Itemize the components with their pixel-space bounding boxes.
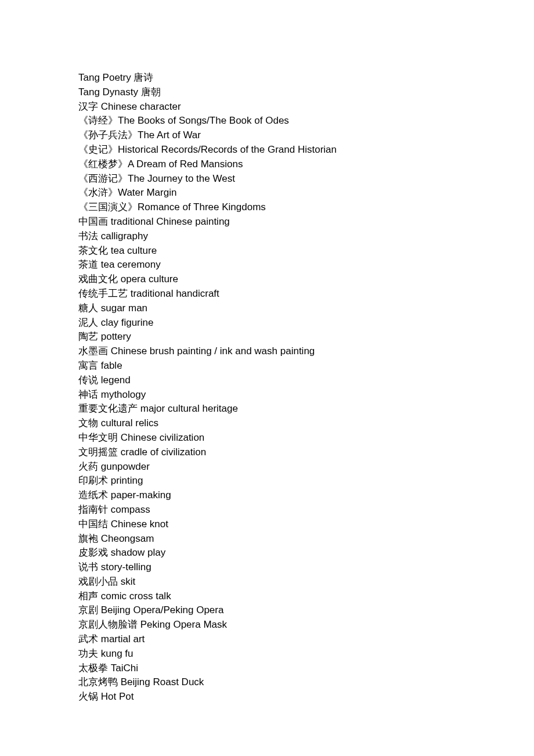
vocab-entry: 中国画 traditional Chinese painting — [78, 215, 488, 229]
vocab-entry: 寓言 fable — [78, 359, 488, 373]
vocab-entry: 茶文化 tea culture — [78, 244, 488, 258]
vocab-entry: 指南针 compass — [78, 503, 488, 517]
vocab-entry: 泥人 clay figurine — [78, 316, 488, 330]
vocab-entry: 文明摇篮 cradle of civilization — [78, 445, 488, 460]
vocab-entry: 皮影戏 shadow play — [78, 546, 488, 560]
vocab-entry: 京剧人物脸谱 Peking Opera Mask — [78, 618, 488, 632]
vocab-entry: 相声 comic cross talk — [78, 589, 488, 604]
vocab-entry: 戏曲文化 opera culture — [78, 272, 488, 287]
vocab-entry: 戏剧小品 skit — [78, 575, 488, 589]
vocab-entry: 说书 story-telling — [78, 560, 488, 575]
vocab-entry: 陶艺 pottery — [78, 330, 488, 344]
vocab-entry: 《孙子兵法》The Art of War — [78, 128, 488, 143]
vocab-entry: 茶道 tea ceremony — [78, 258, 488, 272]
vocab-entry: 旗袍 Cheongsam — [78, 532, 488, 546]
vocab-entry: 《西游记》The Journey to the West — [78, 172, 488, 186]
vocab-entry: 造纸术 paper-making — [78, 488, 488, 503]
vocab-entry: 文物 cultural relics — [78, 416, 488, 431]
vocab-entry: 书法 calligraphy — [78, 229, 488, 244]
vocab-entry: 糖人 sugar man — [78, 301, 488, 316]
vocab-entry: 《水浒》Water Margin — [78, 186, 488, 200]
vocab-entry: 传说 legend — [78, 373, 488, 388]
vocab-entry: 《诗经》The Books of Songs/The Book of Odes — [78, 114, 488, 128]
vocab-entry: 传统手工艺 traditional handicraft — [78, 287, 488, 301]
vocab-entry: 功夫 kung fu — [78, 647, 488, 661]
vocab-entry: 中国结 Chinese knot — [78, 517, 488, 532]
vocab-entry: 太极拳 TaiChi — [78, 661, 488, 676]
vocab-entry: 《红楼梦》A Dream of Red Mansions — [78, 157, 488, 172]
vocab-entry: 中华文明 Chinese civilization — [78, 431, 488, 445]
vocab-entry: 汉字 Chinese character — [78, 100, 488, 114]
vocab-entry: 水墨画 Chinese brush painting / ink and was… — [78, 344, 488, 359]
vocab-entry: 《三国演义》Romance of Three Kingdoms — [78, 200, 488, 215]
vocab-entry: 神话 mythology — [78, 388, 488, 402]
vocab-entry: 火药 gunpowder — [78, 460, 488, 474]
vocab-entry: 印刷术 printing — [78, 474, 488, 488]
vocab-entry: Tang Poetry 唐诗 — [78, 71, 488, 85]
vocab-entry: 《史记》Historical Records/Records of the Gr… — [78, 143, 488, 157]
vocab-entry: 北京烤鸭 Beijing Roast Duck — [78, 675, 488, 690]
vocab-entry: 京剧 Beijing Opera/Peking Opera — [78, 603, 488, 618]
vocab-entry: 武术 martial art — [78, 632, 488, 647]
vocab-entry: 火锅 Hot Pot — [78, 690, 488, 704]
vocabulary-list: Tang Poetry 唐诗 Tang Dynasty 唐朝 汉字 Chines… — [78, 71, 488, 704]
vocab-entry: Tang Dynasty 唐朝 — [78, 85, 488, 100]
vocab-entry: 重要文化遗产 major cultural heritage — [78, 402, 488, 416]
